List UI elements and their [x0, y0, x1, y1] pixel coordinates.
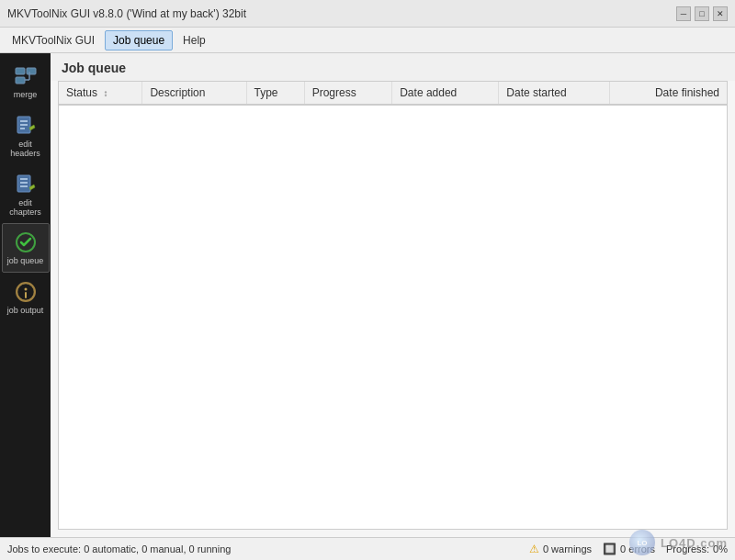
- svg-rect-2: [16, 77, 25, 84]
- job-output-icon: [13, 279, 39, 305]
- sidebar-item-edit-chapters-label: edit chapters: [5, 199, 47, 218]
- svg-rect-10: [17, 175, 30, 192]
- main-wrapper: merge edit headers: [0, 53, 735, 537]
- window-controls: ─ □ ✕: [676, 6, 728, 21]
- page-title: Job queue: [51, 53, 735, 81]
- sidebar-item-job-output-label: job output: [7, 307, 44, 316]
- sidebar-item-merge-label: merge: [14, 91, 38, 100]
- svg-rect-1: [27, 68, 36, 74]
- job-queue-table: Status ↕ Description Type Progress: [59, 82, 727, 106]
- sidebar-item-job-queue-label: job queue: [7, 257, 44, 266]
- col-description[interactable]: Description: [142, 82, 246, 105]
- sidebar-item-job-output[interactable]: job output: [2, 273, 50, 322]
- svg-point-17: [24, 288, 27, 291]
- col-date-started-label: Date started: [506, 86, 566, 99]
- table-header: Status ↕ Description Type Progress: [59, 82, 727, 105]
- col-date-finished-label: Date finished: [655, 86, 719, 99]
- titlebar: MKVToolNix GUI v8.8.0 ('Wind at my back'…: [0, 0, 735, 28]
- warnings-section: ⚠ 0 warnings: [529, 543, 592, 555]
- col-description-label: Description: [150, 86, 205, 99]
- job-queue-icon: [13, 230, 39, 255]
- sidebar: merge edit headers: [0, 53, 51, 537]
- sidebar-item-edit-headers[interactable]: edit headers: [2, 106, 50, 165]
- minimize-button[interactable]: ─: [676, 6, 691, 21]
- lo4d-logo: LO: [629, 530, 655, 555]
- edit-chapters-icon: [13, 172, 39, 197]
- col-progress[interactable]: Progress: [304, 82, 392, 105]
- window-title: MKVToolNix GUI v8.8.0 ('Wind at my back'…: [7, 7, 246, 20]
- sidebar-item-job-queue[interactable]: job queue: [2, 223, 50, 273]
- close-button[interactable]: ✕: [713, 6, 728, 21]
- col-progress-label: Progress: [312, 86, 356, 99]
- jobs-status-text: Jobs to execute: 0 automatic, 0 manual, …: [7, 543, 518, 554]
- job-queue-table-container: Status ↕ Description Type Progress: [58, 81, 728, 530]
- watermark-text: LO4D.com: [661, 536, 728, 550]
- menu-item-jobqueue[interactable]: Job queue: [105, 30, 173, 50]
- col-date-added[interactable]: Date added: [392, 82, 499, 105]
- maximize-button[interactable]: □: [695, 6, 709, 21]
- watermark: LO LO4D.com: [629, 530, 728, 555]
- sidebar-item-edit-headers-label: edit headers: [5, 140, 47, 159]
- menubar: MKVToolNix GUI Job queue Help: [0, 28, 735, 53]
- col-date-added-label: Date added: [400, 86, 457, 99]
- statusbar: Jobs to execute: 0 automatic, 0 manual, …: [0, 537, 735, 560]
- warning-icon: ⚠: [529, 543, 539, 555]
- error-icon: 🔲: [603, 543, 616, 555]
- menu-item-help[interactable]: Help: [175, 30, 214, 50]
- svg-rect-0: [16, 68, 25, 74]
- col-type-label: Type: [254, 86, 278, 99]
- sort-icon-status: ↕: [103, 88, 107, 98]
- col-type[interactable]: Type: [246, 82, 304, 105]
- merge-icon: [13, 63, 39, 89]
- table-header-row: Status ↕ Description Type Progress: [59, 82, 727, 105]
- col-status[interactable]: Status ↕: [59, 82, 142, 105]
- sidebar-item-edit-chapters[interactable]: edit chapters: [2, 165, 50, 224]
- col-date-started[interactable]: Date started: [499, 82, 610, 105]
- content-area: Job queue Status ↕ Description Type: [51, 53, 735, 537]
- sidebar-item-merge[interactable]: merge: [2, 57, 50, 106]
- menu-item-mkvtoolnix[interactable]: MKVToolNix GUI: [4, 30, 103, 50]
- warnings-count: 0 warnings: [543, 543, 592, 554]
- col-status-label: Status: [66, 86, 97, 99]
- col-date-finished[interactable]: Date finished: [610, 82, 727, 105]
- edit-headers-icon: [13, 113, 39, 139]
